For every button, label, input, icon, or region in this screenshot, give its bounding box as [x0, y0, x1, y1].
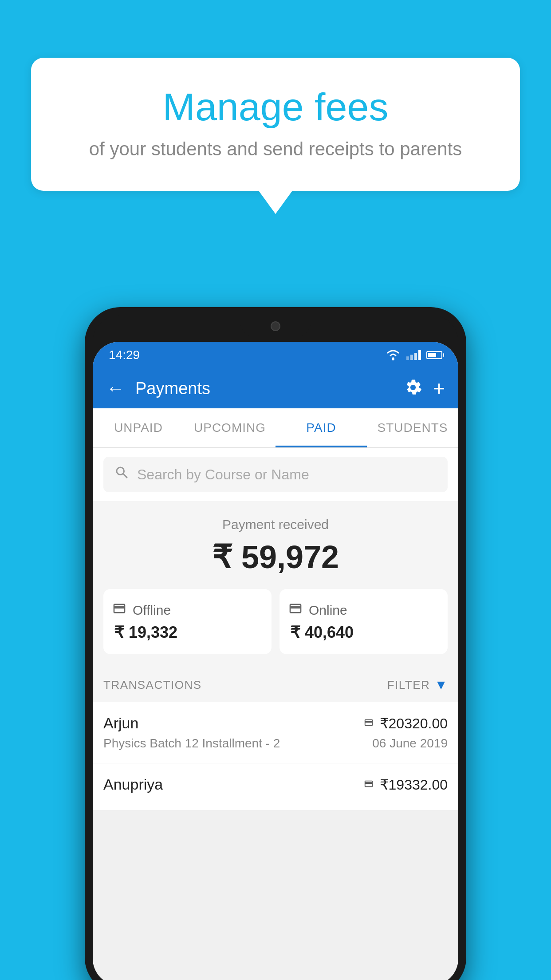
table-row[interactable]: Anupriya ₹19332.00	[93, 763, 458, 810]
payment-received-label: Payment received	[103, 517, 448, 532]
filter-label: FILTER	[387, 678, 430, 692]
tab-upcoming[interactable]: UPCOMING	[184, 408, 276, 447]
tab-students[interactable]: STUDENTS	[367, 408, 458, 447]
online-label: Online	[309, 603, 347, 618]
add-button[interactable]: +	[433, 378, 445, 399]
filter-icon: ▼	[434, 677, 448, 692]
bubble-title: Manage fees	[67, 84, 484, 130]
online-card: Online ₹ 40,640	[279, 589, 448, 654]
cash-icon	[112, 601, 126, 619]
transaction-date: 06 June 2019	[372, 736, 448, 751]
app-header: ← Payments +	[93, 368, 458, 408]
transactions-header: TRANSACTIONS FILTER ▼	[93, 668, 458, 702]
tab-unpaid[interactable]: UNPAID	[93, 408, 184, 447]
transaction-top-row: Anupriya ₹19332.00	[103, 776, 448, 793]
offline-label: Offline	[133, 603, 171, 618]
offline-amount: ₹ 19,332	[112, 623, 177, 642]
cash-payment-icon	[362, 778, 375, 792]
speech-bubble-container: Manage fees of your students and send re…	[31, 58, 520, 191]
page-title: Payments	[135, 379, 404, 398]
search-container: Search by Course or Name	[93, 448, 458, 501]
phone-screen: 14:29	[93, 342, 458, 980]
payment-total-amount: ₹ 59,972	[103, 538, 448, 576]
phone-notch-bar	[93, 315, 458, 342]
status-time: 14:29	[109, 348, 140, 362]
transaction-top-row: Arjun ₹20320.00	[103, 715, 448, 732]
gear-icon[interactable]	[404, 378, 422, 399]
search-input[interactable]: Search by Course or Name	[137, 466, 309, 483]
online-amount: ₹ 40,640	[288, 623, 354, 642]
offline-card: Offline ₹ 19,332	[103, 589, 272, 654]
transaction-detail: Physics Batch 12 Installment - 2	[103, 736, 280, 751]
tabs-bar: UNPAID UPCOMING PAID STUDENTS	[93, 408, 458, 448]
tab-paid[interactable]: PAID	[276, 408, 367, 447]
phone-notch	[240, 315, 311, 337]
back-button[interactable]: ←	[106, 378, 125, 399]
payment-cards: Offline ₹ 19,332 Online	[103, 589, 448, 654]
camera	[271, 321, 280, 331]
transaction-name: Anupriya	[103, 776, 163, 793]
phone-mockup: 14:29	[85, 307, 466, 980]
speech-bubble: Manage fees of your students and send re…	[31, 58, 520, 191]
online-card-header: Online	[288, 601, 347, 619]
transaction-name: Arjun	[103, 715, 138, 732]
signal-icon	[406, 350, 421, 360]
phone-frame: 14:29	[85, 307, 466, 980]
search-box[interactable]: Search by Course or Name	[103, 457, 448, 492]
battery-icon	[426, 351, 442, 359]
table-row[interactable]: Arjun ₹20320.00 Physics Batch 12 Install…	[93, 702, 458, 763]
transaction-amount-wrap: ₹19332.00	[362, 776, 448, 793]
card-payment-icon	[362, 716, 375, 731]
transaction-amount: ₹19332.00	[380, 776, 448, 793]
svg-point-0	[392, 358, 394, 360]
transactions-label: TRANSACTIONS	[103, 678, 202, 692]
status-bar: 14:29	[93, 342, 458, 368]
offline-card-header: Offline	[112, 601, 171, 619]
transaction-bottom-row: Physics Batch 12 Installment - 2 06 June…	[103, 736, 448, 751]
card-icon	[288, 601, 303, 619]
header-actions: +	[404, 378, 445, 399]
transaction-amount-wrap: ₹20320.00	[362, 715, 448, 732]
search-icon	[114, 465, 130, 484]
wifi-icon	[385, 349, 401, 361]
payment-summary: Payment received ₹ 59,972 Offline ₹ 1	[93, 501, 458, 668]
status-icons	[385, 349, 442, 361]
transaction-amount: ₹20320.00	[380, 715, 448, 732]
bubble-subtitle: of your students and send receipts to pa…	[67, 138, 484, 160]
filter-button[interactable]: FILTER ▼	[387, 677, 448, 692]
